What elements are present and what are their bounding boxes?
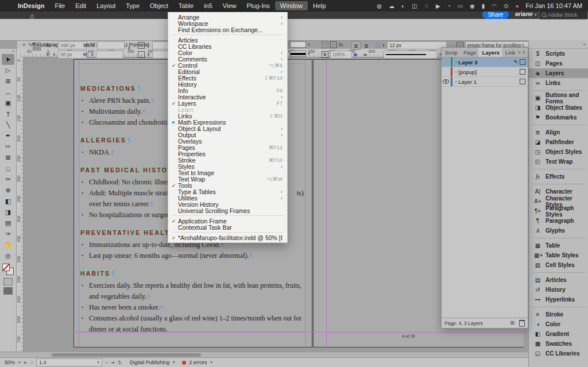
dock-panel-table-styles[interactable]: ▦+Table Styles (529, 250, 588, 260)
dock-panel-buttons-and-forms[interactable]: ▣Buttons and Forms (529, 93, 588, 103)
preflight-icon[interactable]: ↻ (118, 360, 122, 365)
zoom-tool[interactable]: ◎ (2, 250, 14, 261)
collapse-panel-icon[interactable]: » (518, 50, 520, 55)
dock-panel-gradient[interactable]: ◧Gradient (529, 329, 588, 339)
menubar-item-help[interactable]: Help (308, 1, 331, 10)
expand-layer-icon[interactable]: › (455, 70, 457, 74)
fill-swatch-none[interactable] (2, 264, 10, 271)
status-icon[interactable]: ● (516, 3, 519, 9)
bottom-margin-guide[interactable] (74, 332, 524, 333)
menu-item-pages[interactable]: Pages⌘F12 (168, 144, 287, 150)
page-number-field[interactable]: 1.4▾ (36, 358, 102, 366)
dock-panel-layers[interactable]: ◈Layers (529, 68, 588, 78)
pencil-tool[interactable]: ✏ (2, 141, 14, 152)
dock-panel-stroke[interactable]: ≡Stroke (529, 310, 588, 319)
dock-panel-pathfinder[interactable]: ◪Pathfinder (529, 137, 588, 147)
layer-row-layer-3[interactable]: ›Layer 3✎ (442, 57, 528, 67)
zoom-dropdown-icon[interactable]: ▾ (18, 360, 21, 365)
next-page-button[interactable]: › (106, 360, 107, 365)
panel-tab-scrip[interactable]: Scrip (442, 48, 460, 57)
panel-tab-layers[interactable]: Layers (478, 48, 501, 57)
menu-item-contextual-task-bar[interactable]: Contextual Task Bar (168, 224, 287, 230)
page-tool[interactable]: ⊞ (2, 76, 14, 87)
menu-item-text-wrap[interactable]: Text Wrap⌥⌘W (168, 176, 287, 182)
menu-item-version-history[interactable]: Version History (168, 201, 287, 207)
menu-item-application-frame[interactable]: ✓Application Frame (168, 218, 287, 224)
dock-panel-align[interactable]: ≣Align (529, 128, 588, 137)
note-tool[interactable]: ▤ (2, 218, 14, 229)
menu-item-object-layout[interactable]: Object & Layout› (168, 125, 287, 132)
dock-panel-articles[interactable]: ▤Articles (529, 275, 588, 285)
menu-item-info[interactable]: InfoF8 (168, 87, 287, 94)
dock-panel-swatches[interactable]: ▩Swatches (529, 339, 588, 349)
collapse-panel-icon[interactable]: » (12, 49, 14, 53)
menu-item-editorial[interactable]: Editorial› (168, 68, 287, 75)
menu-item-utilities[interactable]: Utilities› (168, 195, 287, 201)
preset-dropdown-icon[interactable]: ▾ (173, 360, 175, 365)
expand-layer-icon[interactable]: › (455, 80, 457, 84)
menubar-item-in5[interactable]: in5 (199, 1, 218, 10)
home-icon[interactable]: ⌂ (30, 12, 34, 20)
normal-view-mode-button[interactable] (3, 278, 13, 285)
target-square-icon[interactable] (520, 59, 525, 65)
dock-panel-scripts[interactable]: $Scripts (529, 49, 588, 59)
menu-item-universal-scrolling-frames[interactable]: Universal Scrolling Frames (168, 207, 287, 214)
last-page-button[interactable]: ⇥ (111, 360, 115, 365)
new-layer-button[interactable]: ⊞ (510, 320, 514, 327)
menubar-item-layout[interactable]: Layout (91, 1, 121, 10)
status-icon[interactable]: ◔ (447, 3, 451, 9)
preflight-profile[interactable]: Digital Publishing (130, 360, 169, 365)
eyedropper-tool[interactable]: ✑ (2, 229, 14, 239)
first-page-button[interactable]: ⇤ (24, 360, 28, 365)
menubar-item-type[interactable]: Type (121, 1, 145, 10)
visibility-toggle[interactable] (442, 57, 451, 67)
menu-item-styles[interactable]: Styles› (168, 163, 287, 169)
menu-item-arohamarupo-facilitator-indd-50-gpu-preview[interactable]: ✓*ArohaMarupo-facilitator.indd @ 50% [GP… (168, 234, 287, 241)
menubar-item-edit[interactable]: Edit (70, 1, 91, 10)
frame-fitting-icon[interactable]: ⬚ (322, 41, 328, 48)
stroke-style-dropdown[interactable]: ▾ (384, 51, 442, 59)
status-icon[interactable]: ☁ (389, 3, 394, 9)
dock-panel-pages[interactable]: ◫Pages (529, 59, 588, 68)
menu-item-text-to-image[interactable]: Text to Image (168, 169, 287, 176)
corner-radius-field[interactable]: ⛶▲▼ 12 px (376, 41, 447, 49)
dock-panel-object-states[interactable]: ◨Object States (529, 103, 588, 113)
close-tab-icon[interactable]: × (22, 42, 25, 48)
dock-panel-paragraph-styles[interactable]: ¶+Paragraph Styles (529, 206, 588, 216)
rectangle-frame-tool[interactable]: ⊠ (2, 152, 14, 163)
panel-tab-page[interactable]: Page (460, 48, 478, 57)
dock-panel-hyperlinks[interactable]: ⊶Hyperlinks (529, 295, 588, 304)
content-collector-tool[interactable]: ▣ (2, 98, 14, 109)
gradient-swatch-tool[interactable]: ◧ (2, 196, 14, 207)
menubar-item-file[interactable]: File (49, 1, 70, 10)
status-icon[interactable]: ◐ (401, 3, 405, 9)
menubar-item-indesign[interactable]: InDesign (13, 1, 49, 10)
y-position-field[interactable]: Y:▲▼ 30 px (46, 51, 87, 59)
line-tool[interactable]: ╲ (2, 119, 14, 130)
menu-item-history[interactable]: History (168, 81, 287, 87)
menu-item-workspace[interactable]: Workspace› (168, 20, 287, 26)
dock-panel-color[interactable]: ◑Color (529, 319, 588, 329)
menu-item-cc-libraries[interactable]: CC Libraries (168, 43, 287, 49)
zoom-level[interactable]: 50% (5, 360, 15, 365)
status-icon[interactable]: ⁘ (424, 3, 429, 9)
dock-panel-bookmarks[interactable]: ⚑Bookmarks (529, 113, 588, 122)
visibility-toggle[interactable] (442, 67, 451, 76)
dock-panel-paragraph[interactable]: ¶Paragraph (529, 216, 588, 226)
dock-panel-cell-styles[interactable]: ▧Cell Styles (529, 260, 588, 270)
margin-guide[interactable] (326, 60, 327, 346)
dock-panel-text-wrap[interactable]: ◰Text Wrap (529, 157, 588, 167)
panel-tab-link[interactable]: Link (502, 48, 518, 57)
container-icon[interactable]: □ (330, 41, 337, 48)
menu-item-links[interactable]: Links⇧⌘D (168, 113, 287, 119)
errors-dropdown-icon[interactable]: ▾ (211, 360, 213, 365)
menubar-item-view[interactable]: View (218, 1, 242, 10)
dock-panel-effects[interactable]: fxEffects (529, 172, 588, 181)
menu-item-control[interactable]: ✓Control⌥⌘6 (168, 62, 287, 68)
fill-color-dropdown[interactable]: ▾ (290, 41, 310, 48)
layer-row-popup[interactable]: ›[popup] (442, 67, 528, 77)
preview-mode-button[interactable] (3, 287, 13, 295)
target-square-icon[interactable] (520, 79, 525, 84)
effects-icon[interactable]: fx. (339, 42, 345, 48)
menu-item-tools[interactable]: ✓Tools (168, 182, 287, 188)
